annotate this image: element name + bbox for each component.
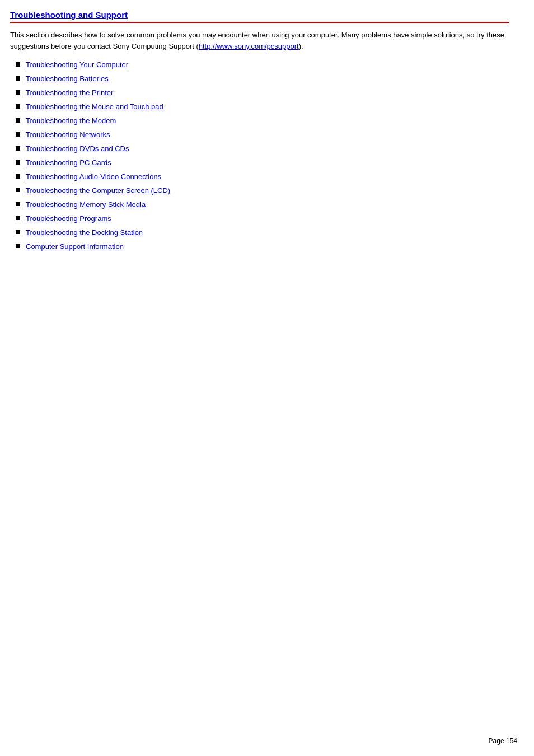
page-container: Troubleshooting and Support This section… [0, 0, 526, 290]
troubleshooting-link[interactable]: Troubleshooting the Modem [26, 116, 116, 125]
list-item: Troubleshooting the Modem [16, 116, 509, 125]
troubleshooting-link[interactable]: Troubleshooting Networks [26, 130, 110, 139]
bullet-icon [16, 118, 20, 123]
list-item: Troubleshooting Batteries [16, 74, 509, 83]
list-item: Troubleshooting Programs [16, 214, 509, 223]
troubleshooting-link[interactable]: Troubleshooting the Computer Screen (LCD… [26, 186, 170, 195]
bullet-icon [16, 216, 20, 220]
description: This section describes how to solve comm… [10, 30, 509, 51]
bullet-icon [16, 90, 20, 95]
bullet-icon [16, 132, 20, 137]
page-title: Troubleshooting and Support [10, 10, 509, 23]
list-item: Troubleshooting the Computer Screen (LCD… [16, 186, 509, 195]
troubleshooting-link[interactable]: Troubleshooting Your Computer [26, 60, 128, 69]
list-item: Troubleshooting the Printer [16, 88, 509, 97]
sony-support-link[interactable]: http://www.sony.com/pcsupport [199, 42, 299, 50]
list-item: Computer Support Information [16, 242, 509, 251]
bullet-icon [16, 62, 20, 67]
troubleshooting-link[interactable]: Troubleshooting DVDs and CDs [26, 144, 129, 153]
bullet-icon [16, 160, 20, 165]
list-item: Troubleshooting DVDs and CDs [16, 144, 509, 153]
troubleshooting-link[interactable]: Troubleshooting the Mouse and Touch pad [26, 102, 163, 111]
bullet-icon [16, 202, 20, 206]
troubleshooting-link[interactable]: Troubleshooting Memory Stick Media [26, 200, 146, 209]
list-item: Troubleshooting Networks [16, 130, 509, 139]
list-item: Troubleshooting Memory Stick Media [16, 200, 509, 209]
bullet-icon [16, 188, 20, 192]
bullet-icon [16, 76, 20, 81]
list-item: Troubleshooting the Mouse and Touch pad [16, 102, 509, 111]
troubleshooting-link[interactable]: Troubleshooting Programs [26, 214, 111, 223]
list-item: Troubleshooting Audio-Video Connections [16, 172, 509, 181]
bullet-icon [16, 230, 20, 234]
troubleshooting-link[interactable]: Computer Support Information [26, 242, 124, 251]
page-footer: Page 154 [489, 737, 517, 745]
troubleshooting-link-list: Troubleshooting Your ComputerTroubleshoo… [10, 60, 509, 251]
description-text-after-link: ). [299, 42, 303, 50]
troubleshooting-link[interactable]: Troubleshooting Batteries [26, 74, 109, 83]
troubleshooting-link[interactable]: Troubleshooting PC Cards [26, 158, 111, 167]
bullet-icon [16, 104, 20, 109]
bullet-icon [16, 174, 20, 179]
troubleshooting-link[interactable]: Troubleshooting the Printer [26, 88, 113, 97]
list-item: Troubleshooting Your Computer [16, 60, 509, 69]
troubleshooting-link[interactable]: Troubleshooting the Docking Station [26, 228, 143, 237]
list-item: Troubleshooting the Docking Station [16, 228, 509, 237]
troubleshooting-link[interactable]: Troubleshooting Audio-Video Connections [26, 172, 161, 181]
bullet-icon [16, 146, 20, 151]
bullet-icon [16, 244, 20, 248]
list-item: Troubleshooting PC Cards [16, 158, 509, 167]
